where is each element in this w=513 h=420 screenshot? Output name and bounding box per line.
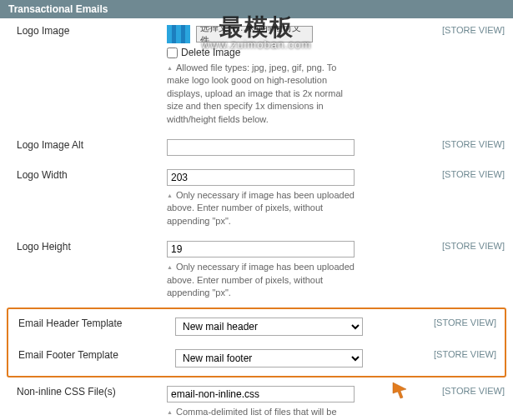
label-header-template: Email Header Template: [8, 314, 175, 332]
row-logo-alt: Logo Image Alt [STORE VIEW]: [0, 132, 513, 162]
header-template-select[interactable]: New mail header: [175, 318, 363, 336]
scope-logo-alt: [STORE VIEW]: [421, 136, 513, 152]
form-table: Logo Image 选择文件…未选择任何文件 Delete Image All…: [0, 18, 513, 420]
scope-noninline-css: [STORE VIEW]: [421, 382, 513, 399]
row-noninline-css: Non-inline CSS File(s) Comma-delimited l…: [0, 379, 513, 420]
row-logo-width: Logo Width Only necessary if image has b…: [0, 162, 513, 234]
scope-logo-image: [STORE VIEW]: [421, 22, 513, 38]
logo-alt-input[interactable]: [167, 139, 355, 156]
section-header[interactable]: Transactional Emails: [0, 0, 513, 18]
delete-image-label: Delete Image: [181, 47, 240, 58]
noninline-css-note: Comma-delimited list of files that will …: [167, 406, 355, 420]
logo-width-input[interactable]: [167, 169, 355, 186]
label-logo-width: Logo Width: [0, 166, 167, 184]
scope-logo-height: [STORE VIEW]: [421, 238, 513, 254]
label-footer-template: Email Footer Template: [8, 346, 175, 364]
logo-height-input[interactable]: [167, 241, 355, 258]
logo-width-note: Only necessary if image has been uploade…: [167, 189, 355, 228]
row-header-template: Email Header Template New mail header [S…: [8, 311, 505, 342]
row-logo-height: Logo Height Only necessary if image has …: [0, 234, 513, 306]
scope-logo-width: [STORE VIEW]: [421, 166, 513, 182]
logo-image-note: Allowed file types: jpg, jpeg, gif, png.…: [167, 62, 355, 126]
label-logo-image: Logo Image: [0, 22, 167, 40]
label-logo-alt: Logo Image Alt: [0, 136, 167, 154]
row-logo-image: Logo Image 选择文件…未选择任何文件 Delete Image All…: [0, 18, 513, 132]
footer-template-select[interactable]: New mail footer: [175, 349, 363, 368]
logo-height-note: Only necessary if image has been uploade…: [167, 261, 355, 299]
row-footer-template: Email Footer Template New mail footer [S…: [8, 342, 505, 374]
highlight-box: Email Header Template New mail header [S…: [7, 308, 506, 378]
delete-image-checkbox[interactable]: [167, 48, 178, 58]
label-logo-height: Logo Height: [0, 238, 167, 256]
logo-preview-image: [167, 25, 190, 43]
scope-header-template: [STORE VIEW]: [413, 314, 505, 331]
noninline-css-input[interactable]: [167, 386, 355, 402]
logo-preview[interactable]: [167, 25, 190, 43]
logo-file-input[interactable]: 选择文件…未选择任何文件: [196, 26, 313, 42]
label-noninline-css: Non-inline CSS File(s): [0, 382, 167, 401]
scope-footer-template: [STORE VIEW]: [413, 346, 505, 362]
